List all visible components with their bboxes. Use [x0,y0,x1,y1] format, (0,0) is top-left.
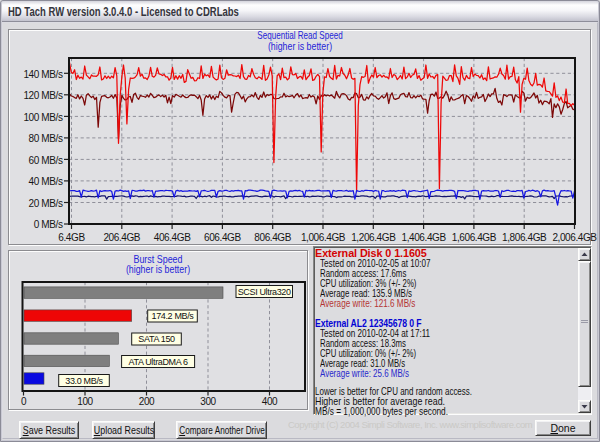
svg-text:1,206.4GB: 1,206.4GB [351,232,396,243]
svg-text:300: 300 [200,396,216,407]
svg-text:0: 0 [21,396,27,407]
svg-text:SCSI Ultra320: SCSI Ultra320 [238,287,291,297]
svg-text:SATA 150: SATA 150 [138,334,175,344]
svg-text:100 MB/s: 100 MB/s [23,112,62,123]
svg-text:1,606.4GB: 1,606.4GB [452,232,497,243]
svg-text:60 MB/s: 60 MB/s [29,155,63,166]
svg-text:140 MB/s: 140 MB/s [23,69,62,80]
svg-text:ATA UltraDMA 6: ATA UltraDMA 6 [128,357,188,367]
svg-text:406.4GB: 406.4GB [154,232,191,243]
svg-text:200: 200 [139,396,155,407]
svg-text:206.4GB: 206.4GB [103,232,140,243]
svg-text:120 MB/s: 120 MB/s [23,90,62,101]
svg-text:40 MB/s: 40 MB/s [29,176,63,187]
svg-text:174.2 MB/s: 174.2 MB/s [151,311,194,321]
svg-text:33.0 MB/s: 33.0 MB/s [65,376,103,386]
svg-text:400: 400 [262,396,278,407]
svg-text:1,806.4GB: 1,806.4GB [502,232,547,243]
svg-text:1,006.4GB: 1,006.4GB [301,232,346,243]
svg-text:1,406.4GB: 1,406.4GB [401,232,446,243]
svg-text:0 MB/s: 0 MB/s [34,219,63,230]
svg-text:2,006.4GB: 2,006.4GB [552,232,597,243]
svg-text:100: 100 [77,396,93,407]
svg-text:80 MB/s: 80 MB/s [29,133,63,144]
svg-text:606.4GB: 606.4GB [204,232,241,243]
svg-text:20 MB/s: 20 MB/s [29,198,63,209]
svg-text:6.4GB: 6.4GB [58,232,85,243]
svg-text:806.4GB: 806.4GB [254,232,291,243]
